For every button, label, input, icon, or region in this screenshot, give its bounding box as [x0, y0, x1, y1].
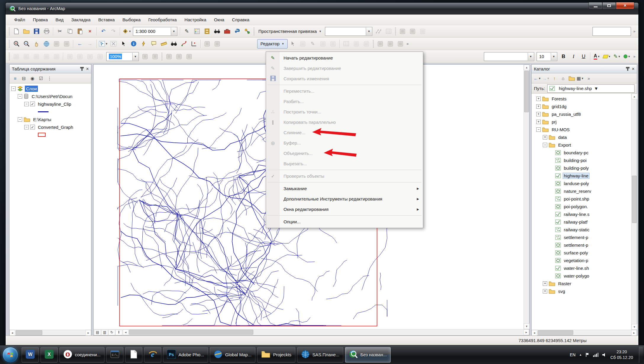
scroll-left-icon[interactable]: ◄: [9, 330, 15, 336]
editor-menu-item[interactable]: Опции...: [266, 217, 423, 227]
taskbar-document-button[interactable]: [125, 347, 142, 363]
full-extent-icon[interactable]: [42, 39, 51, 49]
titlebar[interactable]: Без названия - ArcMap ×: [6, 3, 638, 15]
menubar-item[interactable]: Закладка: [67, 15, 94, 24]
chevron-down-icon[interactable]: ▼: [594, 86, 598, 91]
catalog-tree-item[interactable]: water-polygo: [532, 272, 631, 280]
create-features-icon[interactable]: [386, 39, 395, 49]
html-popup-icon[interactable]: [149, 39, 158, 49]
layout-page-icon-2[interactable]: [150, 52, 160, 61]
delete-icon[interactable]: ×: [85, 27, 95, 36]
catalog-horizontal-scrollbar[interactable]: ◄ ►: [532, 330, 637, 335]
close-panel-icon[interactable]: ×: [86, 67, 89, 71]
maximize-button[interactable]: [602, 2, 616, 9]
toc-tree-item[interactable]: [9, 108, 91, 116]
chevron-down-icon[interactable]: ▼: [132, 53, 138, 60]
catalog-tree-item[interactable]: −RU-MOS: [532, 126, 631, 133]
chevron-down-icon[interactable]: ▼: [171, 28, 177, 35]
action-center-icon[interactable]: [585, 352, 590, 357]
back-extent-icon[interactable]: ←: [75, 39, 85, 49]
list-by-visibility-icon[interactable]: ◉: [28, 74, 36, 82]
catalog-tree-item[interactable]: vegetation-p: [532, 256, 631, 264]
measure-icon[interactable]: [159, 39, 168, 49]
find-route-icon[interactable]: [179, 39, 189, 49]
text-style-combo[interactable]: ▼: [484, 52, 534, 61]
editor-toolbar-toggle-icon[interactable]: ✎: [182, 27, 191, 36]
taskbar-clock[interactable]: 23:20 Сб 05.12.20: [610, 349, 633, 360]
editor-menu-item[interactable]: Дополнительные Инструменты редактировани…: [266, 194, 423, 204]
zoom-in-icon[interactable]: [12, 39, 21, 49]
python-window-icon[interactable]: [232, 27, 242, 36]
menubar-item[interactable]: Вставка: [94, 15, 119, 24]
close-panel-icon[interactable]: ×: [632, 67, 635, 71]
catalog-tree-item[interactable]: building-poly: [532, 164, 631, 172]
expander-minus-icon[interactable]: −: [18, 94, 22, 99]
scroll-down-icon[interactable]: ▼: [524, 323, 529, 329]
up-one-level-icon[interactable]: ↑: [550, 74, 558, 82]
minimize-button[interactable]: [589, 2, 602, 9]
expander-minus-icon[interactable]: −: [536, 127, 541, 132]
select-elements-icon[interactable]: [119, 39, 128, 49]
layer-checkbox[interactable]: ✓: [30, 102, 35, 106]
catalog-tree-item[interactable]: +data: [532, 133, 631, 141]
expander-minus-icon[interactable]: −: [543, 143, 547, 147]
language-indicator[interactable]: EN: [570, 352, 575, 357]
menubar-item[interactable]: Выборка: [119, 15, 144, 24]
catalog-tree-item[interactable]: +prj: [532, 118, 631, 126]
catalog-tree-item[interactable]: −Export: [532, 141, 631, 149]
modelbuilder-icon[interactable]: [242, 27, 252, 36]
highlight-color-icon[interactable]: ▼: [602, 52, 612, 61]
toc-tree-item[interactable]: [9, 131, 91, 139]
scroll-up-icon[interactable]: ▲: [524, 65, 529, 70]
toolbar-overflow-icon[interactable]: »: [585, 74, 593, 82]
hyperlink-icon[interactable]: [139, 39, 148, 49]
toc-options-icon[interactable]: ⋮: [46, 74, 54, 82]
catalog-window-icon[interactable]: [202, 27, 212, 36]
time-slider-icon[interactable]: [202, 39, 212, 49]
expander-plus-icon[interactable]: +: [543, 281, 547, 286]
taskbar-sasplanet-button[interactable]: SAS.Плане...: [297, 347, 343, 363]
toolbar-overflow-icon[interactable]: »: [633, 29, 635, 33]
catalog-tree-item[interactable]: surface-poly: [532, 249, 631, 256]
catalog-path-combo[interactable]: highway-line.shp ▼: [547, 84, 635, 93]
scroll-up-icon[interactable]: ▲: [632, 94, 637, 99]
scroll-down-icon[interactable]: ▼: [632, 324, 637, 330]
labeling-tool-icon-3[interactable]: [184, 52, 194, 61]
layer-checkbox[interactable]: ✓: [30, 125, 35, 129]
fixed-zoom-in-icon[interactable]: [52, 39, 61, 49]
list-by-source-icon[interactable]: ⊟: [20, 74, 28, 82]
catalog-tree-item[interactable]: poi-polygon.: [532, 203, 631, 210]
toc-tree-item[interactable]: −✓highwayline_Clip: [9, 100, 91, 108]
select-features-icon[interactable]: ▼: [99, 39, 108, 49]
layout-page-icon-1[interactable]: [140, 52, 150, 61]
taskbar-ie-button[interactable]: e: [144, 347, 161, 363]
quick-find-input[interactable]: [593, 27, 631, 36]
taskbar-photoshop-button[interactable]: PsAdobe Pho...: [163, 347, 208, 363]
chevron-down-icon[interactable]: ▼: [366, 28, 372, 35]
expander-minus-icon[interactable]: −: [11, 86, 16, 91]
draw-pen-icon[interactable]: ✎▼: [612, 52, 622, 61]
report-tool-icon[interactable]: [408, 27, 417, 36]
toc-horizontal-scrollbar[interactable]: ◄ ►: [9, 330, 91, 335]
taskbar-opera-button[interactable]: Oсоединени...: [59, 347, 104, 363]
menubar-item[interactable]: Файл: [10, 15, 29, 24]
catalog-tree-item[interactable]: +Raster: [532, 280, 631, 287]
catalog-tree-item[interactable]: railway-line.s: [532, 210, 631, 218]
pin-icon[interactable]: [627, 67, 628, 71]
bold-icon[interactable]: B: [559, 52, 568, 61]
georeferencing-layer-combo[interactable]: ▼: [325, 27, 372, 36]
taskbar-arcmap-button[interactable]: Без назван...: [345, 347, 391, 363]
pan-icon[interactable]: [32, 39, 41, 49]
catalog-tree-item[interactable]: +svg: [532, 287, 631, 295]
pause-drawing-button[interactable]: ‖: [115, 330, 122, 335]
editor-menu-item[interactable]: Замыкание▶: [266, 183, 423, 194]
home-folder-icon[interactable]: ⌂: [559, 74, 567, 82]
editor-menu-button[interactable]: Редактор▼: [257, 39, 288, 49]
new-document-icon[interactable]: [12, 27, 21, 36]
taskbar-globalmapper-button[interactable]: Global Map...: [210, 347, 255, 363]
toc-tree-item[interactable]: −E:\Карты: [9, 116, 91, 123]
catalog-tree-item[interactable]: landuse-poly: [532, 179, 631, 187]
expander-plus-icon[interactable]: +: [536, 104, 541, 109]
underline-icon[interactable]: U: [579, 52, 588, 61]
map-vertical-scrollbar[interactable]: ▲ ▼: [524, 65, 529, 329]
